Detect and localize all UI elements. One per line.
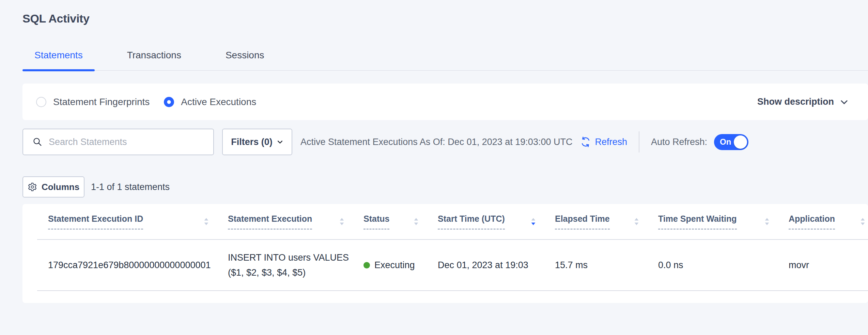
- show-description-label: Show description: [757, 97, 834, 107]
- statement-text-line2: ($1, $2, $3, $4, $5): [228, 265, 363, 280]
- chevron-down-icon: [839, 97, 849, 107]
- statements-table-card: Statement Execution ID Statement Executi…: [22, 204, 868, 303]
- column-header-status[interactable]: Status: [363, 204, 438, 239]
- table-toolbar: Columns 1-1 of 1 statements: [22, 176, 868, 198]
- tab-sessions[interactable]: Sessions: [214, 50, 276, 70]
- sort-icon[interactable]: [339, 217, 344, 226]
- sort-icon[interactable]: [634, 217, 639, 226]
- columns-button[interactable]: Columns: [22, 176, 84, 198]
- sort-icon-active-desc[interactable]: [531, 217, 536, 226]
- page-title: SQL Activity: [22, 11, 868, 26]
- column-header-time-spent-waiting[interactable]: Time Spent Waiting: [658, 204, 789, 239]
- cell-elapsed-time: 15.7 ms: [555, 239, 658, 291]
- toggle-state-label: On: [720, 137, 731, 147]
- as-of-text: Active Statement Executions As Of: Dec 0…: [300, 137, 572, 147]
- search-box: [22, 129, 214, 155]
- column-header-statement-execution-id[interactable]: Statement Execution ID: [37, 204, 228, 239]
- column-header-statement-execution[interactable]: Statement Execution: [228, 204, 363, 239]
- chevron-down-icon: [277, 139, 283, 145]
- radio-selected-icon: [164, 97, 174, 107]
- sort-icon[interactable]: [764, 217, 770, 226]
- cell-status: Executing: [363, 239, 438, 291]
- toggle-knob: [734, 135, 747, 149]
- tab-transactions[interactable]: Transactions: [115, 50, 193, 70]
- column-header-application[interactable]: Application: [789, 204, 868, 239]
- statement-text-line1: INSERT INTO users VALUES: [228, 250, 363, 265]
- status-label: Executing: [374, 260, 415, 271]
- show-description-toggle[interactable]: Show description: [757, 97, 849, 107]
- radio-active-executions[interactable]: Active Executions: [164, 97, 256, 107]
- sort-icon[interactable]: [860, 217, 865, 226]
- vertical-divider: [639, 131, 639, 152]
- sort-icon[interactable]: [204, 217, 209, 226]
- search-input[interactable]: [49, 137, 205, 147]
- refresh-label: Refresh: [595, 137, 627, 147]
- sort-icon[interactable]: [414, 217, 419, 226]
- result-count: 1-1 of 1 statements: [91, 182, 170, 192]
- radio-label-active-executions: Active Executions: [181, 97, 256, 107]
- controls-row: Filters (0) Active Statement Executions …: [22, 129, 868, 155]
- filters-button[interactable]: Filters (0): [222, 129, 292, 155]
- column-header-elapsed-time[interactable]: Elapsed Time: [555, 204, 658, 239]
- radio-statement-fingerprints[interactable]: Statement Fingerprints: [36, 97, 150, 107]
- cell-statement-execution-id[interactable]: 179cca7921e679b80000000000000001: [37, 239, 228, 291]
- radio-unselected-icon: [36, 97, 46, 107]
- refresh-icon: [580, 136, 591, 148]
- cell-time-spent-waiting: 0.0 ns: [658, 239, 789, 291]
- auto-refresh-label: Auto Refresh:: [651, 137, 707, 147]
- search-icon: [32, 137, 43, 147]
- table-header-row: Statement Execution ID Statement Executi…: [37, 204, 868, 239]
- table-row: 179cca7921e679b80000000000000001 INSERT …: [37, 239, 868, 291]
- cell-start-time: Dec 01, 2023 at 19:03: [438, 239, 555, 291]
- status-dot-icon: [363, 262, 370, 268]
- cell-statement-execution: INSERT INTO users VALUES ($1, $2, $3, $4…: [228, 239, 363, 291]
- tab-bar: Statements Transactions Sessions: [22, 50, 868, 71]
- tab-statements[interactable]: Statements: [22, 50, 95, 70]
- gear-icon: [28, 182, 37, 192]
- radio-label-statement-fingerprints: Statement Fingerprints: [53, 97, 150, 107]
- columns-label: Columns: [42, 182, 79, 192]
- auto-refresh-toggle[interactable]: On: [714, 134, 748, 150]
- cell-application: movr: [789, 239, 868, 291]
- sql-activity-page: SQL Activity Statements Transactions Ses…: [0, 11, 868, 335]
- refresh-button[interactable]: Refresh: [580, 136, 627, 148]
- column-header-start-time[interactable]: Start Time (UTC): [438, 204, 555, 239]
- active-executions-table: Statement Execution ID Statement Executi…: [37, 204, 868, 291]
- view-mode-card: Statement Fingerprints Active Executions…: [22, 84, 868, 120]
- filters-label: Filters (0): [231, 137, 273, 147]
